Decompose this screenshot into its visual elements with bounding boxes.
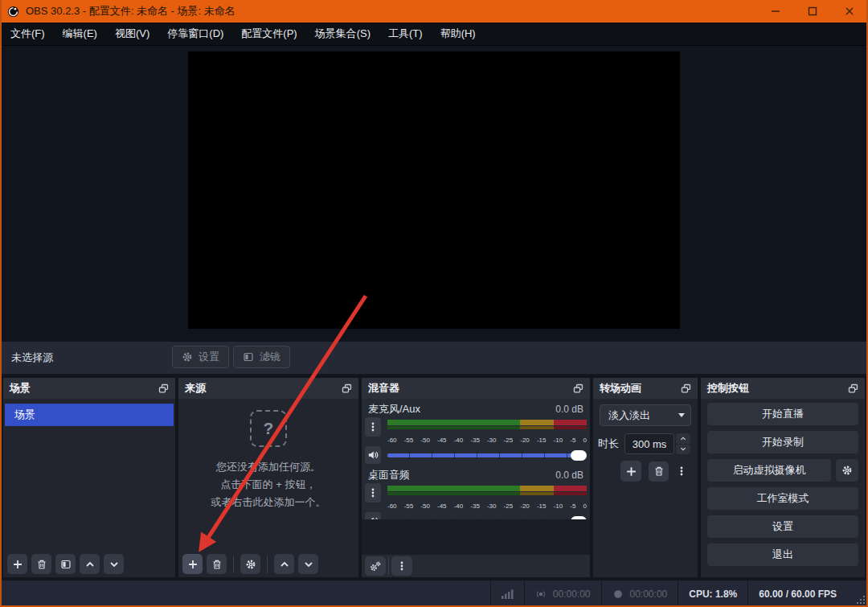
stepper-up-button[interactable] <box>676 433 690 444</box>
popout-icon[interactable] <box>342 383 352 394</box>
meter-tick-label: 0 <box>583 502 586 511</box>
title-bar[interactable]: OBS 30.2.3 - 配置文件: 未命名 - 场景: 未命名 <box>0 0 868 23</box>
record-icon <box>612 589 624 600</box>
transitions-panel: 转场动画 淡入淡出 时长 300 ms <box>593 378 698 577</box>
mixer-empty-area <box>362 519 590 555</box>
channel-menu-button[interactable] <box>365 417 381 437</box>
transition-select[interactable]: 淡入淡出 <box>600 404 691 426</box>
add-scene-button[interactable] <box>7 554 27 574</box>
chevron-down-icon <box>679 445 687 453</box>
meter-bar-dim <box>387 426 587 429</box>
duration-input[interactable]: 300 ms <box>624 433 674 454</box>
meter-tick-label: -60 <box>387 437 397 445</box>
menu-item[interactable]: 文件(F) <box>2 23 54 45</box>
remove-transition-button[interactable] <box>649 461 669 482</box>
slider-handle[interactable] <box>571 450 587 461</box>
start-recording-button[interactable]: 开始录制 <box>707 431 858 453</box>
meter-tick-label: -15 <box>537 502 547 511</box>
transition-selected-value: 淡入淡出 <box>600 408 673 423</box>
sources-empty-line: 点击下面的 + 按钮， <box>211 476 326 494</box>
start-virtual-camera-button[interactable]: 启动虚拟摄像机 <box>707 459 831 482</box>
meter-tick-label: -45 <box>437 502 447 511</box>
chevron-up-icon <box>679 435 687 442</box>
virtual-camera-settings-button[interactable] <box>836 459 858 482</box>
meter-tick-label: -55 <box>404 437 414 445</box>
source-properties-toolbar-button[interactable] <box>240 554 260 574</box>
sources-empty-state: ? 您还没有添加任何源。点击下面的 + 按钮，或者右击此处添加一个。 <box>178 410 358 511</box>
preview-canvas[interactable] <box>188 51 680 329</box>
channel-name: 麦克风/Aux <box>368 402 420 416</box>
scenes-panel: 场景 场景 <box>3 378 175 577</box>
meter-tick-label: -35 <box>470 502 480 511</box>
menu-item[interactable]: 帮助(H) <box>432 23 485 45</box>
remove-scene-button[interactable] <box>31 554 51 574</box>
settings-button[interactable]: 设置 <box>707 515 858 538</box>
toolbar-divider <box>233 556 234 573</box>
mixer-menu-button[interactable] <box>391 556 412 576</box>
menu-item[interactable]: 配置文件(P) <box>232 23 305 45</box>
mixer-channel-mic: 麦克风/Aux 0.0 dB -60-55-50-45-40-35-30-25-… <box>362 399 590 465</box>
popout-icon[interactable] <box>681 383 691 394</box>
controls-panel-title: 控制按钮 <box>707 381 749 396</box>
exit-button[interactable]: 退出 <box>707 543 858 566</box>
filter-icon <box>243 351 254 363</box>
sources-panel-title: 来源 <box>185 381 206 396</box>
mute-button[interactable] <box>365 446 381 464</box>
popout-icon[interactable] <box>573 383 583 394</box>
trash-icon <box>211 559 223 570</box>
menu-item[interactable]: 编辑(E) <box>54 23 106 45</box>
dots-vertical-icon <box>367 421 379 433</box>
chevron-down-icon <box>108 559 120 570</box>
source-properties-button[interactable]: 设置 <box>172 346 229 368</box>
duration-stepper <box>676 433 690 454</box>
preview-area[interactable] <box>0 46 868 342</box>
source-down-button[interactable] <box>298 554 318 574</box>
mixer-panel-title: 混音器 <box>368 381 399 396</box>
toolbar-divider <box>267 556 268 573</box>
maximize-button[interactable] <box>794 0 831 23</box>
transition-properties-button[interactable] <box>676 466 687 477</box>
studio-mode-button[interactable]: 工作室模式 <box>707 487 858 510</box>
menu-item[interactable]: 场景集合(S) <box>306 23 379 45</box>
speaker-icon <box>367 449 379 461</box>
advanced-audio-button[interactable] <box>365 556 386 576</box>
channel-name: 桌面音频 <box>368 468 410 482</box>
channel-level: 0.0 dB <box>555 470 583 481</box>
add-transition-button[interactable] <box>620 461 641 482</box>
meter-tick-label: -45 <box>437 437 447 445</box>
menu-bar: 文件(F)编辑(E)视图(V)停靠窗口(D)配置文件(P)场景集合(S)工具(T… <box>0 23 868 46</box>
menu-item[interactable]: 停靠窗口(D) <box>158 23 232 45</box>
source-filters-button[interactable]: 滤镜 <box>233 346 290 368</box>
menu-item[interactable]: 工具(T) <box>379 23 432 45</box>
scene-list-item-selected[interactable]: 场景 <box>5 404 174 426</box>
source-up-button[interactable] <box>274 554 294 574</box>
meter-tick-label: 0 <box>583 437 586 445</box>
scene-filters-button[interactable] <box>55 554 76 574</box>
stepper-down-button[interactable] <box>676 445 690 455</box>
sources-panel[interactable]: 来源 ? 您还没有添加任何源。点击下面的 + 按钮，或者右击此处添加一个。 <box>178 378 358 577</box>
close-button[interactable] <box>831 0 868 23</box>
channel-menu-button[interactable] <box>365 483 381 502</box>
resize-grip[interactable] <box>857 596 866 605</box>
popout-icon[interactable] <box>848 383 858 394</box>
scene-up-button[interactable] <box>80 554 100 574</box>
cpu-usage: CPU: 1.8% <box>678 589 747 600</box>
volume-slider[interactable] <box>387 446 587 464</box>
mixer-toolbar <box>362 555 590 577</box>
minimize-button[interactable] <box>757 0 794 23</box>
meter-tick-label: -30 <box>487 502 497 511</box>
popout-icon[interactable] <box>158 383 169 394</box>
no-source-label: 未选择源 <box>11 342 53 374</box>
scene-down-button[interactable] <box>104 554 124 574</box>
sources-panel-header: 来源 <box>178 378 358 399</box>
network-status <box>491 589 524 600</box>
menu-item[interactable]: 视图(V) <box>106 23 158 45</box>
add-source-button[interactable] <box>182 554 203 574</box>
remove-source-button[interactable] <box>207 554 227 574</box>
meter-tick-label: -35 <box>470 437 480 445</box>
start-streaming-button[interactable]: 开始直播 <box>707 403 858 425</box>
scenes-panel-header: 场景 <box>3 378 175 399</box>
meter-bar <box>387 420 587 425</box>
stream-time-value: 00:00:00 <box>553 589 591 600</box>
duration-label: 时长 <box>598 437 619 451</box>
